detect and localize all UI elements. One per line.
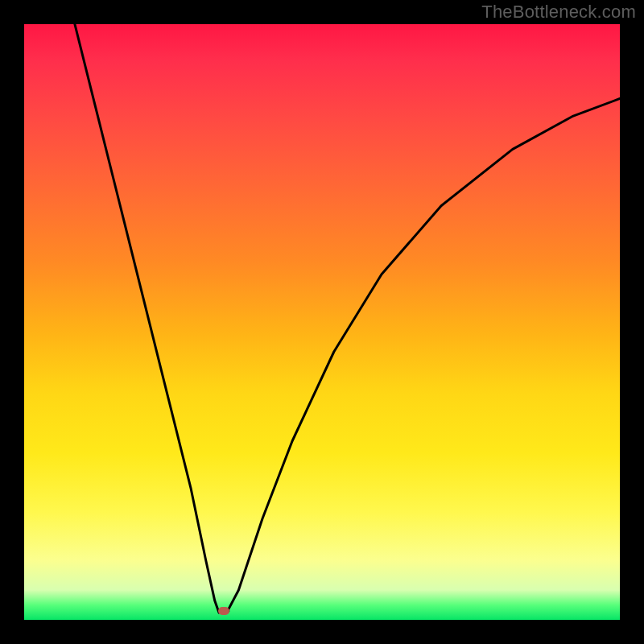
watermark-text: TheBottleneck.com	[481, 2, 636, 23]
bottleneck-curve	[24, 24, 620, 620]
chart-frame: TheBottleneck.com	[0, 0, 644, 644]
minimum-marker	[218, 607, 229, 615]
